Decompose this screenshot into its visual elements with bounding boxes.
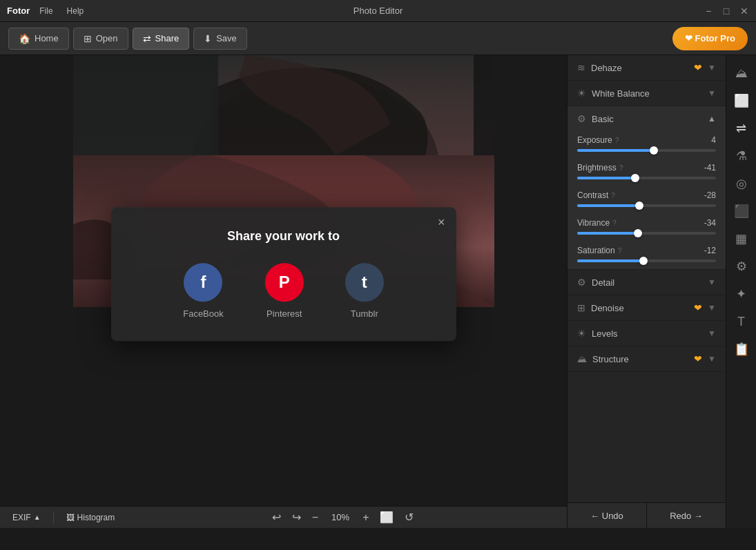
side-text-icon[interactable]: T (729, 309, 754, 334)
slider-val-4: -12 (704, 246, 716, 255)
undo-button[interactable]: ← Undo (568, 503, 647, 528)
histogram-button[interactable]: 🖼 Histogram (62, 511, 119, 524)
home-icon: 🏠 (19, 33, 30, 44)
slider-fill-0 (577, 149, 654, 152)
slider-label-0: Exposure ? (577, 135, 619, 145)
open-icon: ⊞ (84, 33, 92, 44)
menu-help[interactable]: Help (67, 6, 84, 16)
white-balance-icon: ☀ (577, 88, 586, 99)
modal-title: Share your work to (139, 229, 429, 244)
slider-label-1: Brightness ? (577, 163, 623, 173)
slider-val-3: -34 (704, 218, 716, 228)
svg-rect-4 (474, 55, 494, 155)
zoom-in-button[interactable]: + (360, 511, 371, 524)
slider-thumb-2[interactable] (635, 202, 643, 210)
share-facebook[interactable]: f FaceBook (183, 263, 224, 319)
basic-collapse-icon: ▲ (708, 114, 716, 124)
detail-item[interactable]: ⚙ Detail ▼ (568, 270, 726, 295)
slider-help-2[interactable]: ? (611, 192, 615, 199)
reset-zoom-button[interactable]: ↺ (402, 511, 416, 524)
modal-close-button[interactable]: × (438, 215, 445, 230)
slider-track-2[interactable] (577, 204, 716, 207)
save-icon: ⬇ (204, 33, 212, 44)
open-button[interactable]: ⊞ Open (73, 28, 128, 50)
zoom-out-button[interactable]: − (309, 511, 321, 524)
slider-thumb-4[interactable] (639, 257, 648, 265)
slider-track-0[interactable] (577, 149, 716, 152)
side-sticker-icon[interactable]: ⬛ (729, 199, 754, 224)
share-icon: ⇄ (143, 33, 151, 44)
structure-item[interactable]: ⛰ Structure ❤ ▼ (568, 346, 726, 372)
structure-icon: ⛰ (577, 353, 587, 364)
slider-label-2: Contrast ? (577, 190, 615, 200)
menu-file[interactable]: File (39, 6, 52, 16)
white-balance-arrow-icon: ▼ (708, 88, 716, 98)
photo-top (73, 55, 494, 155)
fit-button[interactable]: ⬜ (377, 511, 396, 524)
slider-thumb-3[interactable] (634, 229, 642, 237)
exif-button[interactable]: EXIF ▲ (8, 511, 45, 524)
slider-thumb-1[interactable] (631, 174, 639, 182)
svg-rect-3 (73, 55, 218, 155)
slider-help-3[interactable]: ? (612, 219, 617, 227)
title-bar: Fotor File Help Photo Editor − □ ✕ (0, 0, 756, 22)
slider-val-0: 4 (711, 135, 716, 145)
slider-help-1[interactable]: ? (619, 164, 623, 172)
side-landscape-icon[interactable]: ⛰ (729, 61, 754, 86)
tumblr-label: Tumblr (351, 308, 378, 319)
pinterest-label: Pinterest (266, 308, 302, 319)
side-gear-icon[interactable]: ⚙ (729, 254, 754, 279)
histogram-icon: 🖼 (66, 513, 75, 522)
slider-row-contrast: Contrast ? -28 (568, 186, 726, 214)
basic-section: ⚙ Basic ▲ Exposure ? 4 Brightness (568, 106, 726, 270)
slider-track-1[interactable] (577, 177, 716, 179)
slider-thumb-0[interactable] (650, 146, 658, 155)
side-adjust-icon[interactable]: ⇌ (729, 116, 754, 141)
slider-row-brightness: Brightness ? -41 (568, 159, 726, 186)
levels-item[interactable]: ☀ Levels ▼ (568, 321, 726, 346)
modal-icons: f FaceBook P Pinterest t Tumblr (139, 263, 429, 319)
slider-help-4[interactable]: ? (618, 247, 622, 255)
undo-redo-bar: ← Undo Redo → (568, 502, 726, 528)
right-panel: ≋ Dehaze ❤ ▼ ☀ White Balance ▼ ⚙ Basic ▲… (567, 55, 726, 528)
share-pinterest[interactable]: P Pinterest (265, 263, 304, 319)
share-button[interactable]: ⇄ Share (133, 28, 190, 50)
canvas-area: × Share your work to f FaceBook P Pinter… (0, 55, 567, 528)
levels-icon: ☀ (577, 328, 586, 339)
side-texture-icon[interactable]: ▦ (729, 226, 754, 251)
side-beauty-icon[interactable]: ◎ (729, 171, 754, 196)
white-balance-item[interactable]: ☀ White Balance ▼ (568, 81, 726, 106)
minimize-button[interactable]: − (704, 6, 713, 16)
redo-history-button[interactable]: ↪ (289, 511, 304, 524)
dehaze-icon: ≋ (577, 62, 585, 73)
home-button[interactable]: 🏠 Home (8, 28, 69, 50)
slider-help-0[interactable]: ? (615, 137, 619, 144)
denoise-item[interactable]: ⊞ Denoise ❤ ▼ (568, 295, 726, 321)
side-icons-panel: ⛰ ⬜ ⇌ ⚗ ◎ ⬛ ▦ ⚙ ✦ T 📋 (726, 55, 756, 528)
maximize-button[interactable]: □ (721, 6, 731, 16)
share-tumblr[interactable]: t Tumblr (345, 263, 384, 319)
window-controls: − □ ✕ (704, 6, 749, 16)
basic-header[interactable]: ⚙ Basic ▲ (568, 106, 726, 131)
share-modal: × Share your work to f FaceBook P Pinter… (111, 207, 456, 341)
detail-icon: ⚙ (577, 277, 586, 288)
slider-track-4[interactable] (577, 259, 716, 262)
side-effect-icon[interactable]: ⚗ (729, 144, 754, 168)
slider-fill-1 (577, 177, 635, 179)
dehaze-item[interactable]: ≋ Dehaze ❤ ▼ (568, 55, 726, 81)
side-star-icon[interactable]: ✦ (729, 282, 754, 306)
slider-fill-2 (577, 204, 639, 207)
side-crop-icon[interactable]: ⬜ (729, 88, 754, 113)
slider-track-3[interactable] (577, 232, 716, 235)
bottom-bar: EXIF ▲ 🖼 Histogram ↩ ↪ − 10% + ⬜ ↺ (0, 506, 567, 528)
fotor-pro-button[interactable]: ❤ Fotor Pro (672, 27, 748, 50)
undo-history-button[interactable]: ↩ (269, 511, 284, 524)
close-button[interactable]: ✕ (739, 6, 749, 16)
save-button[interactable]: ⬇ Save (193, 28, 247, 50)
side-calendar-icon[interactable]: 📋 (729, 337, 754, 362)
redo-button[interactable]: Redo → (647, 503, 726, 528)
slider-label-4: Saturation ? (577, 246, 621, 255)
pinterest-icon: P (265, 263, 304, 302)
slider-val-1: -41 (704, 163, 716, 173)
dehaze-arrow-icon: ▼ (708, 63, 716, 72)
